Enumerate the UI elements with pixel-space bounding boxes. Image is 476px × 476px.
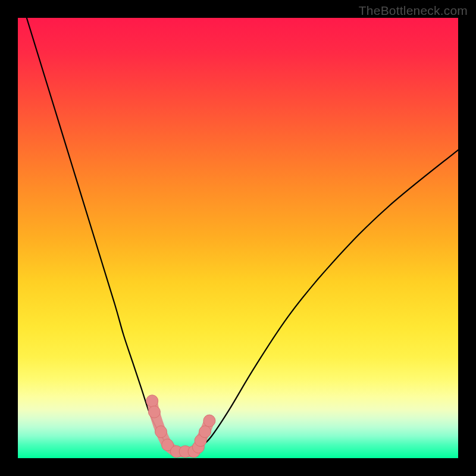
data-marker (146, 395, 158, 407)
data-marker (155, 426, 167, 438)
data-marker (199, 426, 211, 438)
curve-layer (18, 18, 458, 458)
data-marker (148, 406, 160, 418)
plot-area (18, 18, 458, 458)
chart-frame: TheBottleneck.com (0, 0, 476, 476)
bottleneck-curve (185, 150, 458, 452)
data-marker (203, 415, 215, 427)
watermark-text: TheBottleneck.com (359, 4, 468, 18)
bottleneck-curve (27, 18, 185, 452)
